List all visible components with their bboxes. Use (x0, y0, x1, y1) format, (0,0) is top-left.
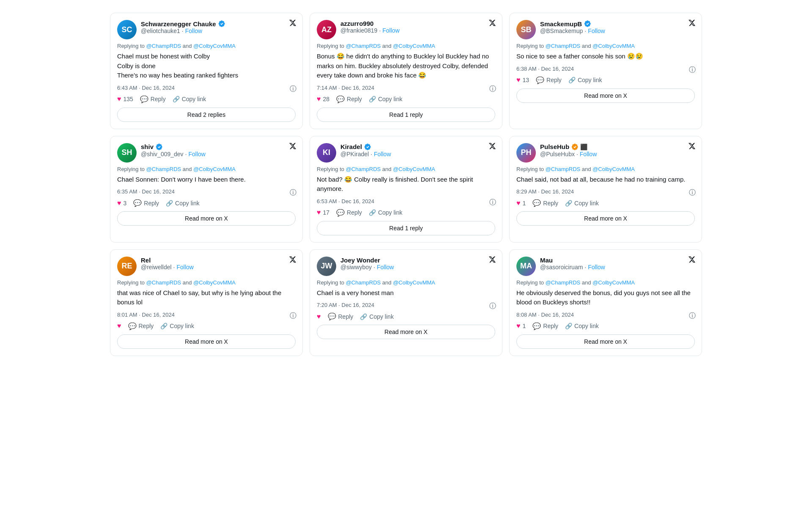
follow-button[interactable]: Follow (580, 151, 597, 157)
read-more-button[interactable]: Read 2 replies (117, 108, 296, 122)
avatar: MA (516, 257, 536, 276)
display-name: Kiradel (340, 143, 495, 151)
copy-label: Copy link (369, 313, 394, 320)
follow-button[interactable]: Follow (377, 264, 394, 271)
follow-button[interactable]: Follow (382, 27, 399, 34)
replying-to-user1[interactable]: @ChampRDS (146, 279, 181, 286)
like-action[interactable]: ♥135 (117, 95, 133, 103)
like-action[interactable]: ♥ (317, 313, 321, 320)
read-more-button[interactable]: Read 1 reply (317, 108, 495, 122)
copy-link-button[interactable]: 🔗 Copy link (166, 200, 200, 207)
follow-button[interactable]: Follow (588, 28, 605, 34)
copy-link-button[interactable]: 🔗 Copy link (173, 96, 206, 102)
info-icon[interactable]: ⓘ (489, 85, 496, 94)
separator: · (576, 151, 578, 157)
follow-button[interactable]: Follow (176, 264, 193, 271)
user-info: Kiradel @PKiradel · Follow (340, 143, 495, 157)
replying-to-user2[interactable]: @ColbyCovMMA (193, 43, 236, 49)
follow-button[interactable]: Follow (374, 151, 391, 157)
replying-to-user2[interactable]: @ColbyCovMMA (193, 166, 236, 172)
read-more-button[interactable]: Read more on X (117, 211, 296, 226)
reply-button[interactable]: 💬 Reply (328, 312, 354, 320)
separator: · (373, 264, 375, 271)
copy-icon: 🔗 (160, 323, 167, 329)
copy-link-button[interactable]: 🔗 Copy link (568, 77, 602, 83)
name-text: PulseHub (540, 143, 569, 150)
copy-link-button[interactable]: 🔗 Copy link (160, 323, 194, 329)
info-icon[interactable]: ⓘ (290, 85, 296, 94)
read-more-button[interactable]: Read more on X (516, 88, 695, 103)
replying-to-user1[interactable]: @ChampRDS (346, 279, 381, 286)
tweet-actions: ♥3 💬 Reply 🔗 Copy link (117, 199, 296, 207)
follow-button[interactable]: Follow (588, 264, 605, 271)
verified-icon (584, 20, 591, 28)
follow-button[interactable]: Follow (185, 28, 202, 34)
like-action[interactable]: ♥ (117, 322, 121, 330)
reply-button[interactable]: 💬 Reply (133, 199, 159, 207)
copy-link-button[interactable]: 🔗 Copy link (360, 313, 394, 320)
reply-button[interactable]: 💬 Reply (128, 322, 154, 330)
replying-to-user2[interactable]: @ColbyCovMMA (593, 166, 635, 172)
reply-label: Reply (151, 96, 166, 102)
replying-to-user1[interactable]: @ChampRDS (546, 43, 581, 49)
tweet-actions: ♥ 💬 Reply 🔗 Copy link (317, 312, 495, 320)
reply-button[interactable]: 💬 Reply (140, 95, 166, 103)
tweet-text: Chael Sonnen: Don't worry I have been th… (117, 175, 296, 185)
replying-to-user1[interactable]: @ChampRDS (346, 43, 381, 49)
tweet-text: Not bad? 😂 Colby really is finished. Don… (317, 175, 495, 194)
replying-to-user1[interactable]: @ChampRDS (146, 166, 181, 172)
like-action[interactable]: ♥1 (516, 199, 526, 207)
x-logo-icon (688, 19, 696, 28)
copy-link-button[interactable]: 🔗 Copy link (369, 96, 403, 102)
reply-button[interactable]: 💬 Reply (532, 199, 558, 207)
copy-link-button[interactable]: 🔗 Copy link (369, 209, 403, 216)
info-icon[interactable]: ⓘ (290, 312, 296, 320)
x-logo-icon (688, 142, 696, 152)
copy-icon: 🔗 (565, 200, 572, 207)
copy-link-button[interactable]: 🔗 Copy link (565, 200, 599, 207)
x-logo-icon (488, 142, 496, 152)
like-action[interactable]: ♥13 (516, 76, 529, 84)
replying-to-user1[interactable]: @ChampRDS (546, 166, 581, 172)
reply-button[interactable]: 💬 Reply (336, 95, 362, 103)
tweet-time: 6:43 AM · Dec 16, 2024 ⓘ (117, 85, 296, 91)
info-icon[interactable]: ⓘ (689, 66, 696, 75)
info-icon[interactable]: ⓘ (290, 188, 296, 197)
reply-button[interactable]: 💬 Reply (336, 209, 362, 217)
tweet-actions: ♥1 💬 Reply 🔗 Copy link (516, 322, 695, 330)
read-more-button[interactable]: Read 1 reply (317, 221, 495, 235)
replying-to-user1[interactable]: @ChampRDS (346, 166, 381, 172)
info-icon[interactable]: ⓘ (489, 198, 496, 207)
copy-link-button[interactable]: 🔗 Copy link (565, 323, 599, 329)
reply-button[interactable]: 💬 Reply (536, 76, 562, 84)
tweet-time: 6:53 AM · Dec 16, 2024 ⓘ (317, 198, 495, 204)
replying-to-user2[interactable]: @ColbyCovMMA (393, 166, 435, 172)
read-more-button[interactable]: Read more on X (117, 334, 296, 349)
tweet-actions: ♥28 💬 Reply 🔗 Copy link (317, 95, 495, 103)
replying-to-user2[interactable]: @ColbyCovMMA (393, 279, 435, 286)
read-more-button[interactable]: Read more on X (516, 334, 695, 349)
read-more-button[interactable]: Read more on X (317, 325, 495, 339)
replying-to-user1[interactable]: @ChampRDS (146, 43, 181, 49)
replying-to-user2[interactable]: @ColbyCovMMA (193, 279, 236, 286)
display-name: Joey Wonder (340, 257, 495, 264)
tweet-time: 8:01 AM · Dec 16, 2024 ⓘ (117, 312, 296, 318)
replying-to-user2[interactable]: @ColbyCovMMA (593, 279, 635, 286)
like-action[interactable]: ♥28 (317, 95, 329, 103)
like-action[interactable]: ♥1 (516, 322, 526, 330)
copy-label: Copy link (574, 323, 599, 329)
like-action[interactable]: ♥3 (117, 199, 126, 207)
read-more-button[interactable]: Read more on X (516, 211, 695, 226)
replying-to-user2[interactable]: @ColbyCovMMA (393, 43, 435, 49)
tweet-header: KI Kiradel @PKiradel · Follow (317, 143, 495, 163)
replying-to-user1[interactable]: @ChampRDS (546, 279, 581, 286)
info-icon[interactable]: ⓘ (689, 312, 696, 320)
reply-button[interactable]: 💬 Reply (532, 322, 558, 330)
like-count: 1 (523, 323, 526, 329)
like-action[interactable]: ♥17 (317, 209, 329, 216)
info-icon[interactable]: ⓘ (689, 188, 696, 197)
follow-button[interactable]: Follow (189, 151, 206, 157)
info-icon[interactable]: ⓘ (489, 302, 496, 311)
replying-to-user2[interactable]: @ColbyCovMMA (593, 43, 635, 49)
tweet-time: 8:29 AM · Dec 16, 2024 ⓘ (516, 188, 695, 195)
